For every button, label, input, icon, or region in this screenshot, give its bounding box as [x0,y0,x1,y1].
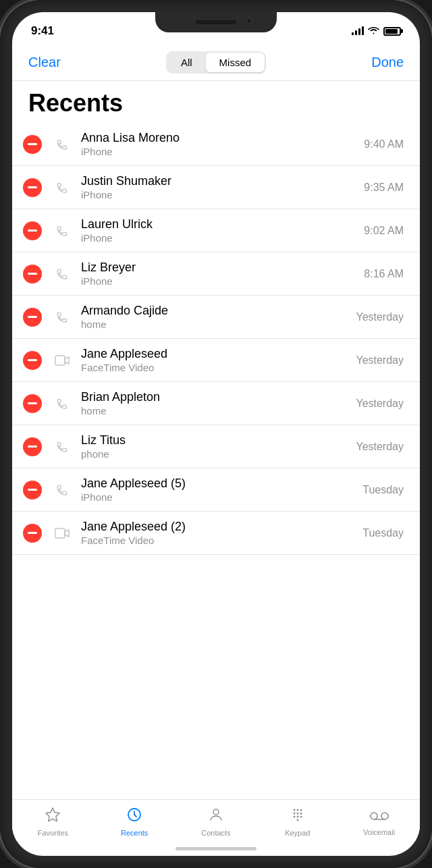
call-name: Liz Titus [81,433,350,447]
page-title: Recents [12,81,420,123]
call-info: Jane Appleseed (5) iPhone [81,477,357,503]
home-indicator [12,841,420,856]
tab-recents-label: Recents [121,829,148,837]
delete-button[interactable] [23,481,42,499]
call-type-icon [51,393,73,414]
call-item[interactable]: Justin Shumaker iPhone 9:35 AM [12,166,420,209]
tab-favorites-label: Favorites [38,829,68,837]
call-time: Yesterday [356,354,404,367]
delete-button[interactable] [23,437,42,456]
call-item[interactable]: Brian Appleton home Yesterday [12,382,420,425]
delete-button[interactable] [23,394,42,413]
segment-all[interactable]: All [167,53,206,72]
call-type-label: iPhone [81,275,358,287]
call-name: Armando Cajide [81,304,350,318]
person-icon [208,807,224,827]
call-type-label: FaceTime Video [81,535,357,546]
call-time: Tuesday [362,527,404,539]
delete-button[interactable] [23,351,42,370]
svg-point-9 [300,813,302,815]
call-time: Yesterday [356,311,404,323]
call-info: Armando Cajide home [81,304,350,330]
notch-camera [246,18,252,24]
svg-point-8 [296,813,298,815]
call-time: Yesterday [356,398,404,410]
call-name: Brian Appleton [81,390,350,404]
svg-point-15 [381,813,388,819]
call-info: Liz Titus phone [81,433,350,460]
svg-point-6 [300,809,302,811]
phone-frame: 9:41 [0,0,432,868]
voicemail-icon [370,807,389,826]
call-time: Tuesday [362,484,404,496]
tab-contacts[interactable]: Contacts [194,807,238,837]
segment-missed[interactable]: Missed [206,53,265,72]
call-item[interactable]: Liz Titus phone Yesterday [12,425,420,468]
delete-button[interactable] [23,221,42,240]
delete-button[interactable] [23,135,42,154]
call-type-icon [51,220,73,242]
call-type-label: phone [81,448,350,460]
svg-point-12 [300,816,302,818]
clear-button[interactable]: Clear [28,55,69,70]
star-icon [45,807,61,827]
signal-icon [352,27,364,35]
svg-point-14 [371,813,377,819]
content: Recents Anna Lisa Moreno iPhone 9:40 AM … [12,81,420,799]
svg-point-5 [296,809,298,811]
call-type-label: iPhone [81,232,358,244]
call-type-label: iPhone [81,146,358,157]
call-item[interactable]: Liz Breyer iPhone 8:16 AM [12,252,420,296]
call-item[interactable]: Lauren Ulrick iPhone 9:02 AM [12,209,420,252]
tab-keypad[interactable]: Keypad [276,807,319,837]
call-type-label: home [81,319,350,330]
nav-bar: Clear All Missed Done [12,45,420,81]
segment-control: All Missed [166,51,266,74]
call-type-label: iPhone [81,189,358,200]
svg-point-10 [293,816,295,818]
call-time: 9:02 AM [364,225,404,237]
clock-icon [126,807,142,827]
call-type-icon [51,350,73,371]
call-info: Jane Appleseed (2) FaceTime Video [81,520,357,546]
done-button[interactable]: Done [363,55,404,70]
tab-voicemail[interactable]: Voicemail [358,807,401,836]
delete-button[interactable] [23,265,42,283]
home-bar [176,847,256,850]
call-name: Jane Appleseed (2) [81,520,357,534]
call-item[interactable]: Jane Appleseed FaceTime Video Yesterday [12,339,420,382]
notch [155,12,277,32]
status-time: 9:41 [31,24,54,38]
call-item[interactable]: Jane Appleseed (5) iPhone Tuesday [12,468,420,512]
call-name: Lauren Ulrick [81,217,358,232]
call-info: Justin Shumaker iPhone [81,174,358,200]
call-time: 9:40 AM [364,138,404,151]
tab-favorites[interactable]: Favorites [31,807,74,837]
svg-point-11 [296,816,298,818]
notch-speaker [196,20,236,24]
delete-button[interactable] [23,178,42,197]
svg-rect-1 [55,528,65,538]
call-name: Liz Breyer [81,261,358,275]
delete-button[interactable] [23,308,42,327]
tab-bar: Favorites Recents Contac [12,799,420,841]
call-item[interactable]: Jane Appleseed (2) FaceTime Video Tuesda… [12,512,420,555]
tab-recents[interactable]: Recents [113,807,156,837]
call-info: Brian Appleton home [81,390,350,416]
call-type-icon [51,134,73,155]
svg-point-7 [293,813,295,815]
call-name: Jane Appleseed (5) [81,477,357,491]
call-info: Lauren Ulrick iPhone [81,217,358,244]
call-time: Yesterday [356,441,404,453]
call-time: 8:16 AM [364,268,404,280]
call-time: 9:35 AM [364,182,404,194]
call-item[interactable]: Anna Lisa Moreno iPhone 9:40 AM [12,123,420,166]
call-type-icon [51,436,73,458]
svg-point-4 [293,809,295,811]
call-type-icon [51,479,73,501]
svg-point-3 [213,809,219,815]
delete-button[interactable] [23,524,42,543]
call-info: Jane Appleseed FaceTime Video [81,347,350,373]
call-item[interactable]: Armando Cajide home Yesterday [12,296,420,339]
svg-rect-0 [55,356,65,365]
